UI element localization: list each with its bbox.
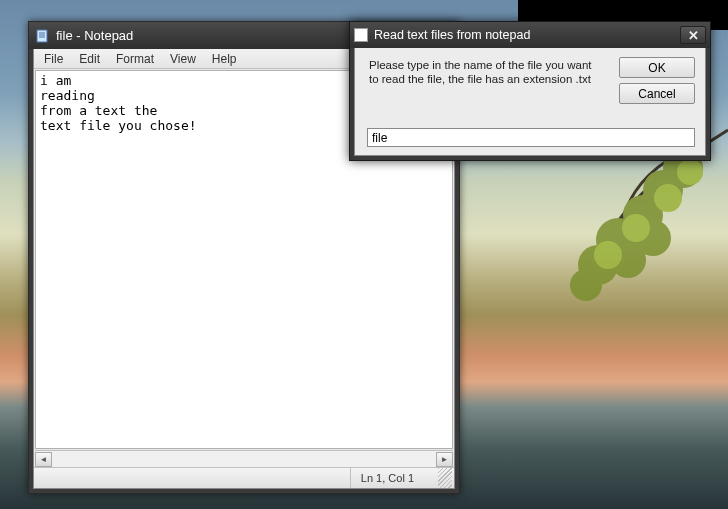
close-button[interactable]: ✕ [680, 26, 706, 44]
status-cursor-position: Ln 1, Col 1 [350, 468, 438, 488]
cancel-button[interactable]: Cancel [619, 83, 695, 104]
dialog-titlebar[interactable]: Read text files from notepad ✕ [350, 22, 710, 48]
dialog-icon [354, 28, 368, 42]
svg-point-3 [643, 170, 683, 210]
ok-button[interactable]: OK [619, 57, 695, 78]
menu-edit[interactable]: Edit [71, 51, 108, 67]
svg-point-1 [596, 218, 640, 262]
resize-grip-icon[interactable] [438, 468, 452, 488]
notepad-icon [35, 28, 51, 44]
svg-point-7 [570, 269, 602, 301]
filename-input[interactable] [367, 128, 695, 147]
desktop: file - Notepad File Edit Format View Hel… [0, 0, 728, 509]
input-dialog-window: Read text files from notepad ✕ Please ty… [349, 21, 711, 161]
svg-point-8 [594, 241, 622, 269]
dialog-title: Read text files from notepad [374, 28, 530, 42]
scroll-left-icon[interactable]: ◄ [35, 452, 52, 467]
notepad-title: file - Notepad [56, 28, 133, 43]
ok-label: OK [648, 61, 665, 75]
svg-point-2 [623, 195, 663, 235]
svg-point-11 [677, 159, 703, 185]
svg-point-5 [610, 242, 646, 278]
menu-file[interactable]: File [36, 51, 71, 67]
cancel-label: Cancel [638, 87, 675, 101]
svg-point-0 [578, 245, 618, 285]
scroll-right-icon[interactable]: ► [436, 452, 453, 467]
svg-point-9 [622, 214, 650, 242]
menu-format[interactable]: Format [108, 51, 162, 67]
svg-rect-12 [37, 30, 47, 42]
svg-point-6 [635, 220, 671, 256]
svg-point-10 [654, 184, 682, 212]
dialog-body: Please type in the name of the file you … [354, 48, 706, 156]
dialog-message: Please type in the name of the file you … [369, 58, 601, 86]
horizontal-scrollbar[interactable]: ◄ ► [35, 450, 453, 467]
close-icon: ✕ [688, 28, 699, 43]
menu-view[interactable]: View [162, 51, 204, 67]
notepad-statusbar: Ln 1, Col 1 [34, 467, 454, 488]
menu-help[interactable]: Help [204, 51, 245, 67]
